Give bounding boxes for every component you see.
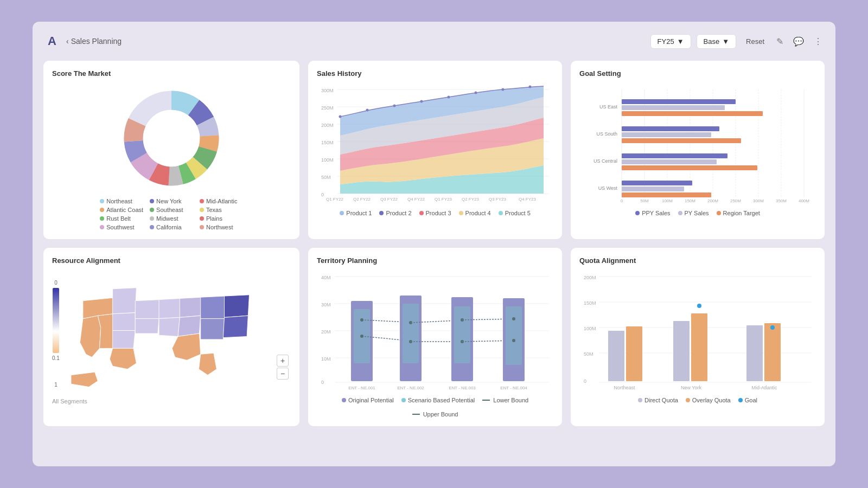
svg-text:50M: 50M (584, 351, 593, 357)
regiontarget-label: Region Target (723, 210, 760, 216)
goal-setting-chart: US East US South US Central US West (579, 84, 816, 203)
legend-goal: Goal (738, 397, 757, 403)
p2-label: Product 2 (386, 210, 411, 216)
legend-pysales: PY Sales (678, 210, 709, 216)
svg-point-32 (448, 96, 450, 99)
legend-plains-label: Plains (206, 215, 222, 222)
legend-p2: Product 2 (379, 210, 411, 216)
legend-southeast-label: Southeast (156, 207, 183, 213)
svg-rect-101 (454, 306, 470, 363)
svg-point-29 (366, 109, 369, 112)
ppysales-label: PPY Sales (642, 210, 670, 216)
svg-text:Q4 FY23: Q4 FY23 (519, 197, 537, 202)
overlay-dot (686, 398, 690, 402)
legend-p5: Product 5 (499, 210, 531, 216)
goal-setting-card: Goal Setting US East US South US Central… (571, 61, 825, 239)
legend-scenario: Scenario Based Potential (401, 397, 475, 403)
svg-rect-63 (622, 153, 727, 158)
zoom-out-button[interactable]: − (277, 368, 289, 380)
svg-point-13 (143, 110, 200, 166)
score-market-card: Score The Market (43, 61, 299, 239)
svg-text:0: 0 (621, 198, 623, 203)
chevron-down-icon: ▼ (677, 37, 684, 46)
comment-icon[interactable]: 💬 (791, 34, 806, 49)
svg-text:0: 0 (584, 378, 586, 384)
svg-text:250M: 250M (321, 105, 334, 111)
zoom-in-button[interactable]: + (277, 355, 289, 367)
goal-setting-legend: PPY Sales PY Sales Region Target (579, 210, 816, 216)
legend-plains: Plains (200, 215, 243, 222)
page-title: Sales Planning (71, 37, 122, 46)
northwest-dot (200, 225, 204, 229)
reset-button[interactable]: Reset (742, 35, 769, 48)
svg-text:ENT - NE.002: ENT - NE.002 (397, 386, 424, 390)
svg-text:Q1 FY23: Q1 FY23 (435, 197, 452, 202)
quota-alignment-title: Quota Alignment (579, 256, 816, 265)
svg-text:150M: 150M (685, 198, 695, 203)
more-icon[interactable]: ⋮ (812, 34, 825, 49)
legend-southwest-label: Southwest (106, 224, 134, 230)
territory-planning-card: Territory Planning 40M 30M 20M 10M 0 (308, 248, 562, 426)
svg-rect-127 (691, 313, 707, 381)
header-right: FY25 ▼ Base ▼ Reset ✎ 💬 ⋮ (650, 34, 825, 49)
legend-midatlantic-label: Mid-Atlantic (206, 198, 237, 204)
texas-dot (200, 208, 204, 212)
legend-overlay: Overlay Quota (686, 397, 731, 403)
overlay-label: Overlay Quota (692, 397, 731, 403)
svg-point-35 (529, 86, 532, 88)
svg-rect-58 (622, 105, 725, 110)
legend-p4: Product 4 (459, 210, 491, 216)
svg-rect-66 (622, 181, 692, 185)
map-legend: 0 0.1 1 (52, 280, 60, 388)
svg-text:ENT - NE.001: ENT - NE.001 (348, 386, 375, 390)
goal-setting-title: Goal Setting (579, 69, 816, 78)
p4-dot (459, 211, 463, 215)
direct-dot (638, 398, 642, 402)
legend-regiontarget: Region Target (717, 210, 760, 216)
svg-point-108 (512, 339, 515, 342)
fy-dropdown[interactable]: FY25 ▼ (650, 34, 691, 49)
upper-label: Upper Bound (423, 411, 458, 418)
legend-midwest-label: Midwest (156, 215, 178, 222)
svg-rect-67 (622, 187, 684, 191)
svg-text:New York: New York (681, 385, 702, 390)
orig-dot (342, 398, 346, 402)
svg-rect-95 (403, 304, 419, 363)
svg-text:250M: 250M (730, 198, 741, 203)
svg-rect-65 (622, 165, 757, 170)
base-dropdown[interactable]: Base ▼ (697, 34, 737, 49)
map-legend-bar (53, 288, 59, 353)
back-button[interactable]: ‹ Sales Planning (66, 37, 122, 46)
legend-ppysales: PPY Sales (635, 210, 670, 216)
territory-planning-title: Territory Planning (317, 256, 553, 265)
atlanticcoast-dot (100, 208, 104, 212)
rustbelt-dot (100, 216, 104, 221)
svg-rect-107 (506, 306, 522, 365)
svg-text:100M: 100M (662, 198, 673, 203)
svg-text:Northeast: Northeast (614, 385, 636, 390)
svg-text:100M: 100M (584, 326, 596, 331)
p4-label: Product 4 (465, 210, 491, 216)
southwest-dot (100, 225, 104, 229)
pysales-label: PY Sales (685, 210, 709, 216)
midatlantic-dot (200, 199, 204, 203)
svg-text:US South: US South (596, 131, 617, 137)
map-footer: All Segments (52, 398, 291, 404)
legend-orig: Original Potential (342, 397, 394, 403)
territory-planning-legend: Original Potential Scenario Based Potent… (317, 397, 553, 418)
legend-newyork-label: New York (156, 198, 181, 204)
svg-text:0: 0 (321, 192, 324, 197)
ppysales-dot (635, 211, 640, 215)
svg-text:150M: 150M (321, 140, 334, 145)
p1-label: Product 1 (346, 210, 372, 216)
lower-label: Lower Bound (493, 397, 528, 403)
resource-alignment-card: Resource Alignment 0 0.1 1 (43, 248, 299, 426)
legend-california-label: California (156, 224, 181, 230)
southeast-dot (150, 208, 154, 212)
svg-text:50M: 50M (640, 198, 649, 203)
legend-lower: Lower Bound (482, 397, 528, 403)
svg-rect-126 (673, 321, 690, 381)
orig-label: Original Potential (348, 397, 394, 403)
edit-icon[interactable]: ✎ (774, 34, 786, 49)
goal-label: Goal (745, 397, 757, 403)
